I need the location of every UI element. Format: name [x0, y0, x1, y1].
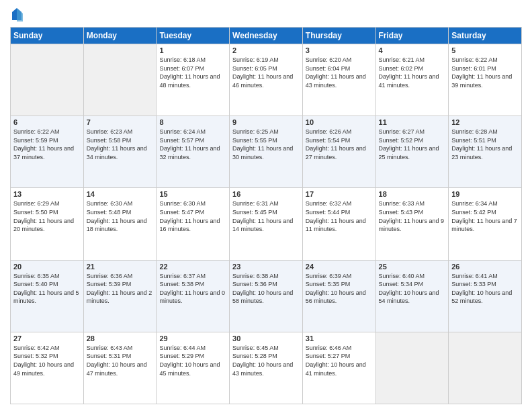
logo-icon — [11, 7, 23, 21]
calendar-cell: 24Sunrise: 6:39 AMSunset: 5:35 PMDayligh… — [302, 260, 375, 332]
day-number: 8 — [159, 118, 226, 126]
calendar-cell: 17Sunrise: 6:32 AMSunset: 5:44 PMDayligh… — [302, 188, 375, 260]
cell-info: Sunrise: 6:46 AMSunset: 5:27 PMDaylight:… — [306, 344, 373, 377]
cell-info: Sunrise: 6:40 AMSunset: 5:34 PMDaylight:… — [379, 272, 446, 306]
calendar-header-row: SundayMondayTuesdayWednesdayThursdayFrid… — [11, 28, 522, 44]
day-number: 2 — [232, 46, 300, 54]
calendar-week-1: 1Sunrise: 6:18 AMSunset: 6:07 PMDaylight… — [11, 44, 522, 116]
calendar-cell: 9Sunrise: 6:25 AMSunset: 5:55 PMDaylight… — [230, 116, 303, 188]
day-number: 17 — [306, 190, 373, 198]
calendar-week-3: 13Sunrise: 6:29 AMSunset: 5:50 PMDayligh… — [11, 188, 522, 260]
day-number: 19 — [451, 190, 519, 198]
cell-info: Sunrise: 6:19 AMSunset: 6:05 PMDaylight:… — [232, 56, 300, 89]
day-number: 10 — [306, 118, 373, 126]
day-number: 22 — [159, 263, 226, 271]
calendar-cell: 19Sunrise: 6:34 AMSunset: 5:42 PMDayligh… — [449, 188, 522, 260]
calendar-cell: 2Sunrise: 6:19 AMSunset: 6:05 PMDaylight… — [230, 44, 303, 116]
day-number: 12 — [451, 118, 519, 126]
header-day-monday: Monday — [83, 28, 157, 44]
calendar-week-4: 20Sunrise: 6:35 AMSunset: 5:40 PMDayligh… — [11, 260, 522, 332]
day-number: 20 — [13, 263, 81, 271]
cell-info: Sunrise: 6:44 AMSunset: 5:29 PMDaylight:… — [159, 344, 226, 377]
cell-info: Sunrise: 6:31 AMSunset: 5:45 PMDaylight:… — [232, 199, 300, 233]
day-number: 27 — [13, 334, 81, 342]
header-day-friday: Friday — [375, 28, 449, 44]
calendar-cell: 4Sunrise: 6:21 AMSunset: 6:02 PMDaylight… — [375, 44, 449, 116]
calendar-cell: 16Sunrise: 6:31 AMSunset: 5:45 PMDayligh… — [230, 188, 303, 260]
calendar-cell: 11Sunrise: 6:27 AMSunset: 5:52 PMDayligh… — [375, 116, 449, 188]
calendar-cell — [375, 332, 449, 404]
calendar-cell — [449, 332, 522, 404]
cell-info: Sunrise: 6:38 AMSunset: 5:36 PMDaylight:… — [232, 272, 300, 306]
cell-info: Sunrise: 6:43 AMSunset: 5:31 PMDaylight:… — [87, 344, 154, 377]
calendar-cell: 18Sunrise: 6:33 AMSunset: 5:43 PMDayligh… — [375, 188, 449, 260]
day-number: 25 — [379, 263, 446, 271]
calendar-cell: 7Sunrise: 6:23 AMSunset: 5:58 PMDaylight… — [83, 116, 157, 188]
calendar-cell: 27Sunrise: 6:42 AMSunset: 5:32 PMDayligh… — [11, 332, 84, 404]
calendar-week-2: 6Sunrise: 6:22 AMSunset: 5:59 PMDaylight… — [11, 116, 522, 188]
cell-info: Sunrise: 6:29 AMSunset: 5:50 PMDaylight:… — [13, 199, 81, 233]
day-number: 5 — [451, 46, 519, 54]
calendar-cell: 29Sunrise: 6:44 AMSunset: 5:29 PMDayligh… — [157, 332, 230, 404]
cell-info: Sunrise: 6:24 AMSunset: 5:57 PMDaylight:… — [159, 128, 226, 161]
cell-info: Sunrise: 6:28 AMSunset: 5:51 PMDaylight:… — [451, 128, 519, 161]
calendar-cell: 21Sunrise: 6:36 AMSunset: 5:39 PMDayligh… — [83, 260, 157, 332]
day-number: 9 — [232, 118, 300, 126]
calendar-cell: 3Sunrise: 6:20 AMSunset: 6:04 PMDaylight… — [302, 44, 375, 116]
day-number: 16 — [232, 190, 300, 198]
logo — [10, 7, 24, 21]
day-number: 21 — [87, 263, 154, 271]
cell-info: Sunrise: 6:27 AMSunset: 5:52 PMDaylight:… — [379, 128, 446, 161]
calendar-week-5: 27Sunrise: 6:42 AMSunset: 5:32 PMDayligh… — [11, 332, 522, 404]
calendar-cell: 26Sunrise: 6:41 AMSunset: 5:33 PMDayligh… — [449, 260, 522, 332]
day-number: 28 — [87, 334, 154, 342]
day-number: 7 — [87, 118, 154, 126]
day-number: 31 — [306, 334, 373, 342]
calendar-cell: 1Sunrise: 6:18 AMSunset: 6:07 PMDaylight… — [157, 44, 230, 116]
day-number: 24 — [306, 263, 373, 271]
day-number: 23 — [232, 263, 300, 271]
calendar-cell: 12Sunrise: 6:28 AMSunset: 5:51 PMDayligh… — [449, 116, 522, 188]
header-day-sunday: Sunday — [11, 28, 84, 44]
calendar-cell: 6Sunrise: 6:22 AMSunset: 5:59 PMDaylight… — [11, 116, 84, 188]
day-number: 18 — [379, 190, 446, 198]
header — [10, 7, 522, 21]
day-number: 3 — [306, 46, 373, 54]
cell-info: Sunrise: 6:18 AMSunset: 6:07 PMDaylight:… — [159, 56, 226, 89]
cell-info: Sunrise: 6:41 AMSunset: 5:33 PMDaylight:… — [451, 272, 519, 306]
header-day-thursday: Thursday — [302, 28, 375, 44]
cell-info: Sunrise: 6:37 AMSunset: 5:38 PMDaylight:… — [159, 272, 226, 306]
day-number: 4 — [379, 46, 446, 54]
svg-marker-1 — [17, 8, 23, 21]
calendar-cell: 23Sunrise: 6:38 AMSunset: 5:36 PMDayligh… — [230, 260, 303, 332]
day-number: 29 — [159, 334, 226, 342]
calendar-cell: 22Sunrise: 6:37 AMSunset: 5:38 PMDayligh… — [157, 260, 230, 332]
calendar-cell: 10Sunrise: 6:26 AMSunset: 5:54 PMDayligh… — [302, 116, 375, 188]
page: SundayMondayTuesdayWednesdayThursdayFrid… — [0, 0, 532, 411]
day-number: 14 — [87, 190, 154, 198]
cell-info: Sunrise: 6:45 AMSunset: 5:28 PMDaylight:… — [232, 344, 300, 377]
cell-info: Sunrise: 6:30 AMSunset: 5:47 PMDaylight:… — [159, 199, 226, 233]
day-number: 1 — [159, 46, 226, 54]
calendar-cell: 25Sunrise: 6:40 AMSunset: 5:34 PMDayligh… — [375, 260, 449, 332]
cell-info: Sunrise: 6:23 AMSunset: 5:58 PMDaylight:… — [87, 128, 154, 161]
header-day-wednesday: Wednesday — [230, 28, 303, 44]
calendar-table: SundayMondayTuesdayWednesdayThursdayFrid… — [10, 27, 522, 404]
cell-info: Sunrise: 6:33 AMSunset: 5:43 PMDaylight:… — [379, 199, 446, 233]
cell-info: Sunrise: 6:30 AMSunset: 5:48 PMDaylight:… — [87, 199, 154, 233]
calendar-cell: 31Sunrise: 6:46 AMSunset: 5:27 PMDayligh… — [302, 332, 375, 404]
calendar-cell: 14Sunrise: 6:30 AMSunset: 5:48 PMDayligh… — [83, 188, 157, 260]
calendar-cell: 5Sunrise: 6:22 AMSunset: 6:01 PMDaylight… — [449, 44, 522, 116]
calendar-cell: 28Sunrise: 6:43 AMSunset: 5:31 PMDayligh… — [83, 332, 157, 404]
calendar-cell: 13Sunrise: 6:29 AMSunset: 5:50 PMDayligh… — [11, 188, 84, 260]
cell-info: Sunrise: 6:39 AMSunset: 5:35 PMDaylight:… — [306, 272, 373, 306]
calendar-cell: 8Sunrise: 6:24 AMSunset: 5:57 PMDaylight… — [157, 116, 230, 188]
cell-info: Sunrise: 6:20 AMSunset: 6:04 PMDaylight:… — [306, 56, 373, 89]
day-number: 26 — [451, 263, 519, 271]
day-number: 15 — [159, 190, 226, 198]
header-day-tuesday: Tuesday — [157, 28, 230, 44]
header-day-saturday: Saturday — [449, 28, 522, 44]
cell-info: Sunrise: 6:25 AMSunset: 5:55 PMDaylight:… — [232, 128, 300, 161]
day-number: 6 — [13, 118, 81, 126]
calendar-cell — [11, 44, 84, 116]
